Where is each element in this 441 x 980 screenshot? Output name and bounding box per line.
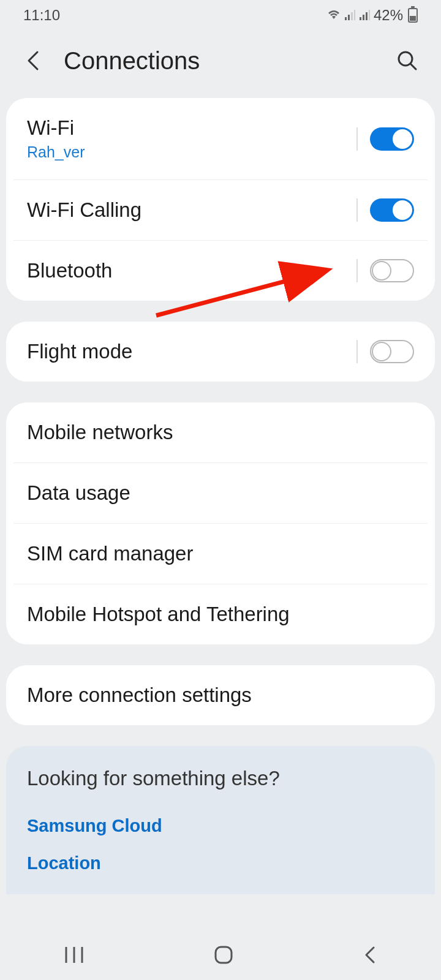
signal-icon-2	[359, 10, 370, 21]
wifi-row[interactable]: Wi-Fi Rah_ver	[6, 98, 435, 179]
wifi-network: Rah_ver	[27, 143, 356, 161]
svg-rect-6	[366, 12, 368, 20]
mobile-networks-title: Mobile networks	[27, 421, 173, 444]
wifi-calling-row[interactable]: Wi-Fi Calling	[13, 179, 428, 240]
status-indicators: 42%	[327, 7, 418, 24]
svg-rect-7	[369, 10, 370, 20]
svg-rect-5	[363, 15, 364, 20]
data-usage-row[interactable]: Data usage	[13, 462, 428, 523]
hotspot-title: Mobile Hotspot and Tethering	[27, 603, 290, 626]
page-title: Connections	[64, 47, 392, 75]
bluetooth-title: Bluetooth	[27, 259, 356, 282]
wifi-icon	[327, 10, 341, 21]
signal-icon-1	[344, 10, 355, 21]
sim-manager-title: SIM card manager	[27, 542, 193, 565]
settings-group-connectivity: Wi-Fi Rah_ver Wi-Fi Calling Bluetooth	[6, 98, 435, 301]
bluetooth-row[interactable]: Bluetooth	[13, 240, 428, 301]
wifi-title: Wi-Fi	[27, 116, 356, 140]
sim-manager-row[interactable]: SIM card manager	[13, 523, 428, 584]
suggestion-location[interactable]: Location	[27, 845, 414, 882]
data-usage-title: Data usage	[27, 481, 130, 505]
divider	[356, 198, 358, 222]
suggestions-card: Looking for something else? Samsung Clou…	[6, 746, 435, 894]
header: Connections	[0, 31, 441, 98]
flight-mode-row[interactable]: Flight mode	[6, 322, 435, 382]
mobile-networks-row[interactable]: Mobile networks	[6, 402, 435, 462]
chevron-left-icon	[25, 50, 42, 72]
search-icon	[396, 50, 418, 72]
settings-group-flight: Flight mode	[6, 322, 435, 382]
battery-percent: 42%	[374, 7, 403, 24]
flight-mode-toggle[interactable]	[370, 340, 414, 363]
more-settings-title: More connection settings	[27, 684, 252, 707]
svg-rect-1	[348, 15, 350, 20]
divider	[356, 259, 358, 282]
svg-rect-4	[360, 17, 361, 20]
status-time: 11:10	[23, 7, 60, 24]
svg-rect-3	[354, 10, 355, 20]
home-button[interactable]	[213, 944, 235, 968]
wifi-calling-title: Wi-Fi Calling	[27, 198, 356, 222]
svg-rect-2	[351, 12, 353, 20]
navigation-bar	[0, 932, 441, 980]
back-button[interactable]	[18, 45, 49, 76]
home-icon	[213, 944, 235, 966]
wifi-toggle[interactable]	[370, 127, 414, 151]
settings-group-mobile: Mobile networks Data usage SIM card mana…	[6, 402, 435, 644]
flight-mode-title: Flight mode	[27, 340, 356, 363]
hotspot-row[interactable]: Mobile Hotspot and Tethering	[13, 584, 428, 644]
more-settings-row[interactable]: More connection settings	[6, 665, 435, 725]
battery-icon	[408, 8, 418, 23]
back-nav-button[interactable]	[363, 946, 377, 967]
suggestions-title: Looking for something else?	[27, 767, 414, 790]
divider	[356, 340, 358, 363]
suggestion-samsung-cloud[interactable]: Samsung Cloud	[27, 807, 414, 845]
recents-icon	[64, 946, 85, 964]
settings-group-more: More connection settings	[6, 665, 435, 725]
chevron-left-icon	[363, 946, 377, 964]
svg-rect-14	[216, 947, 232, 963]
bluetooth-toggle[interactable]	[370, 259, 414, 282]
divider	[356, 127, 358, 151]
search-button[interactable]	[392, 45, 423, 76]
svg-rect-0	[345, 17, 347, 20]
status-bar: 11:10 42%	[0, 0, 441, 31]
wifi-calling-toggle[interactable]	[370, 198, 414, 222]
recents-button[interactable]	[64, 946, 85, 967]
